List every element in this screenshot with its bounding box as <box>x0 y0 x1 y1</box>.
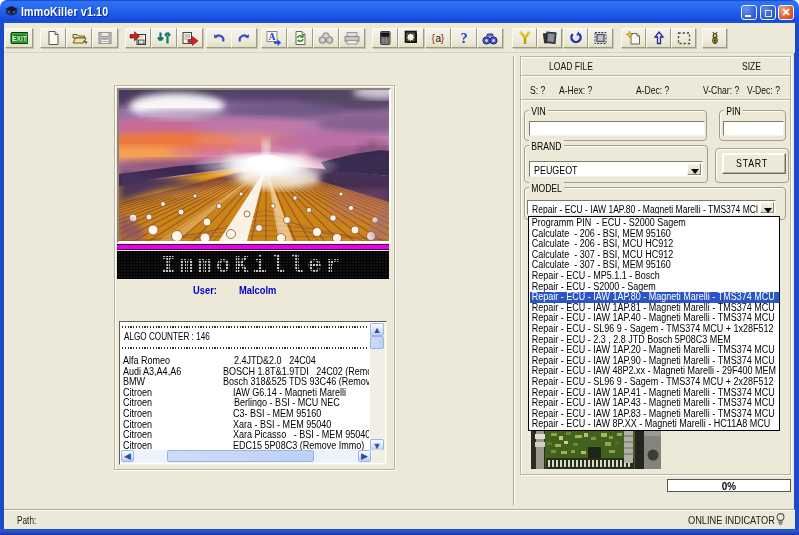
svg-text:}: } <box>441 32 445 44</box>
svg-text:?: ? <box>461 31 468 46</box>
svg-text:A: A <box>269 32 276 42</box>
svg-text:EXIT: EXIT <box>12 35 26 42</box>
